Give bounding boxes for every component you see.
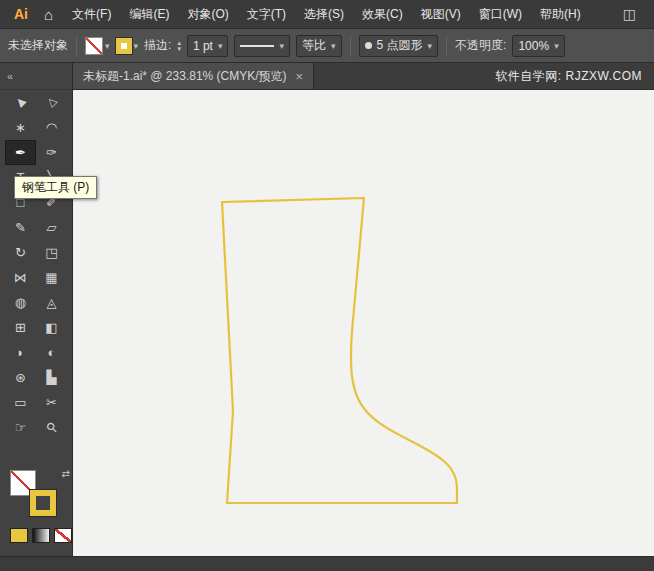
magic-wand-tool-icon: ∗ <box>15 120 26 135</box>
gradient-tool[interactable]: ◧ <box>36 315 67 340</box>
curvature-tool[interactable]: ✑ <box>36 140 67 165</box>
menubar-item[interactable]: 选择(S) <box>295 0 353 28</box>
menubar-right: ◫ <box>613 6 646 22</box>
scale-tool[interactable]: ◳ <box>36 240 67 265</box>
uniform-profile-value: 等比 <box>302 37 326 54</box>
home-icon[interactable]: ⌂ <box>36 6 61 23</box>
pencil-tool-icon: ✎ <box>15 220 26 235</box>
chevron-down-icon: ▾ <box>279 41 284 51</box>
zoom-tool[interactable]: ⚲ <box>36 415 67 440</box>
menu-bar: Ai ⌂ 文件(F)编辑(E)对象(O)文字(T)选择(S)效果(C)视图(V)… <box>0 0 654 29</box>
menubar-items: 文件(F)编辑(E)对象(O)文字(T)选择(S)效果(C)视图(V)窗口(W)… <box>63 0 590 28</box>
slice-tool-icon: ✂ <box>46 395 57 410</box>
curvature-tool-icon: ✑ <box>46 145 57 160</box>
shape-builder-tool[interactable]: ◍ <box>5 290 36 315</box>
brush-definition-select[interactable]: 5 点圆形 ▾ <box>359 35 439 57</box>
control-bar: 未选择对象 ▾ ▾ 描边: ▴ ▾ 1 pt ▾ ▾ 等比 ▾ 5 <box>0 29 654 63</box>
menubar-item[interactable]: 对象(O) <box>178 0 237 28</box>
stroke-width-stepper[interactable]: ▴ ▾ <box>177 40 181 52</box>
chevron-down-icon: ▾ <box>331 41 336 51</box>
menubar-item[interactable]: 文字(T) <box>238 0 295 28</box>
main-area: « ▶▷∗◠✒✑T╲□✐✎▱↻◳⋈▦◍◬⊞◧◗◐⊛▙▭✂☞⚲ ⇄ 未标题-1.a… <box>0 63 654 556</box>
chevron-down-icon: ▾ <box>134 41 139 51</box>
document-area: 未标题-1.ai* @ 233.81% (CMYK/预览) × 软件自学网: R… <box>73 63 654 556</box>
direct-selection-tool-icon: ▷ <box>44 95 59 110</box>
mesh-tool-icon: ⊞ <box>15 320 26 335</box>
hand-tool[interactable]: ☞ <box>5 415 36 440</box>
selection-tool[interactable]: ▶ <box>5 90 36 115</box>
stroke-color-swatch[interactable]: ▾ <box>116 38 139 54</box>
gradient-mode-button[interactable] <box>32 528 50 543</box>
slice-tool[interactable]: ✂ <box>36 390 67 415</box>
pen-tool-tooltip: 钢笔工具 (P) <box>14 176 97 199</box>
stroke-yellow-icon <box>116 38 132 54</box>
eyedropper-tool[interactable]: ◗ <box>5 340 36 365</box>
stroke-proxy-swatch[interactable] <box>30 490 56 516</box>
chevron-down-icon: ▾ <box>105 41 110 51</box>
lasso-tool[interactable]: ◠ <box>36 115 67 140</box>
document-tab[interactable]: 未标题-1.ai* @ 233.81% (CMYK/预览) × <box>73 63 314 89</box>
close-icon[interactable]: × <box>296 69 304 84</box>
perspective-grid-tool-icon: ◬ <box>47 295 57 310</box>
blend-tool[interactable]: ◐ <box>36 340 67 365</box>
separator <box>446 36 447 56</box>
selection-tool-icon: ▶ <box>13 95 28 110</box>
fill-stroke-widget: ⇄ <box>10 470 56 516</box>
opacity-select[interactable]: 100% ▾ <box>512 35 564 57</box>
uniform-profile-select[interactable]: 等比 ▾ <box>296 35 342 57</box>
symbol-sprayer-tool[interactable]: ⊛ <box>5 365 36 390</box>
collapse-panel-button[interactable]: « <box>0 63 72 90</box>
fill-mode-buttons <box>10 528 72 543</box>
shape-builder-tool-icon: ◍ <box>15 295 26 310</box>
stroke-width-value: 1 pt <box>193 39 213 53</box>
fill-color-swatch[interactable]: ▾ <box>85 37 110 55</box>
magic-wand-tool[interactable]: ∗ <box>5 115 36 140</box>
menubar-item[interactable]: 效果(C) <box>353 0 412 28</box>
opacity-value: 100% <box>518 39 549 53</box>
illustrator-window: Ai ⌂ 文件(F)编辑(E)对象(O)文字(T)选择(S)效果(C)视图(V)… <box>0 0 654 571</box>
menubar-item[interactable]: 窗口(W) <box>470 0 531 28</box>
stepper-down-icon: ▾ <box>177 46 181 52</box>
pen-tool-icon: ✒ <box>15 145 26 160</box>
canvas[interactable] <box>73 90 654 556</box>
column-graph-tool[interactable]: ▙ <box>36 365 67 390</box>
symbol-sprayer-tool-icon: ⊛ <box>15 370 26 385</box>
none-mode-button[interactable] <box>54 528 72 543</box>
rotate-tool[interactable]: ↻ <box>5 240 36 265</box>
boot-outline-path[interactable] <box>222 198 457 503</box>
direct-selection-tool[interactable]: ▷ <box>36 90 67 115</box>
pen-tool[interactable]: ✒ <box>5 140 36 165</box>
artwork-svg <box>218 195 464 509</box>
artboard-tool[interactable]: ▭ <box>5 390 36 415</box>
color-mode-button[interactable] <box>10 528 28 543</box>
eraser-tool[interactable]: ▱ <box>36 215 67 240</box>
tools-panel: « ▶▷∗◠✒✑T╲□✐✎▱↻◳⋈▦◍◬⊞◧◗◐⊛▙▭✂☞⚲ ⇄ <box>0 63 73 556</box>
mesh-tool[interactable]: ⊞ <box>5 315 36 340</box>
menubar-item[interactable]: 编辑(E) <box>120 0 178 28</box>
document-tab-title: 未标题-1.ai* @ 233.81% (CMYK/预览) <box>83 68 287 85</box>
width-tool-icon: ⋈ <box>14 270 27 285</box>
brush-definition-value: 5 点圆形 <box>377 37 423 54</box>
hand-tool-icon: ☞ <box>15 420 27 435</box>
document-tab-bar: 未标题-1.ai* @ 233.81% (CMYK/预览) × 软件自学网: R… <box>73 63 654 90</box>
eraser-tool-icon: ▱ <box>47 220 57 235</box>
no-selection-label: 未选择对象 <box>8 37 68 54</box>
separator <box>350 36 351 56</box>
menubar-item[interactable]: 视图(V) <box>412 0 470 28</box>
free-transform-tool[interactable]: ▦ <box>36 265 67 290</box>
width-tool[interactable]: ⋈ <box>5 265 36 290</box>
blend-tool-icon: ◐ <box>48 345 56 360</box>
swap-fill-stroke-icon[interactable]: ⇄ <box>62 468 70 479</box>
zoom-tool-icon: ⚲ <box>43 419 60 436</box>
menubar-item[interactable]: 帮助(H) <box>531 0 590 28</box>
perspective-grid-tool[interactable]: ◬ <box>36 290 67 315</box>
column-graph-tool-icon: ▙ <box>47 370 57 385</box>
workspace-switcher-icon[interactable]: ◫ <box>613 6 646 22</box>
pencil-tool[interactable]: ✎ <box>5 215 36 240</box>
stroke-profile-select[interactable]: ▾ <box>234 35 290 57</box>
menubar-item[interactable]: 文件(F) <box>63 0 120 28</box>
stroke-width-select[interactable]: 1 pt ▾ <box>187 35 229 57</box>
lasso-tool-icon: ◠ <box>46 120 57 135</box>
collapse-chevrons-icon: « <box>7 70 13 82</box>
rotate-tool-icon: ↻ <box>15 245 26 260</box>
